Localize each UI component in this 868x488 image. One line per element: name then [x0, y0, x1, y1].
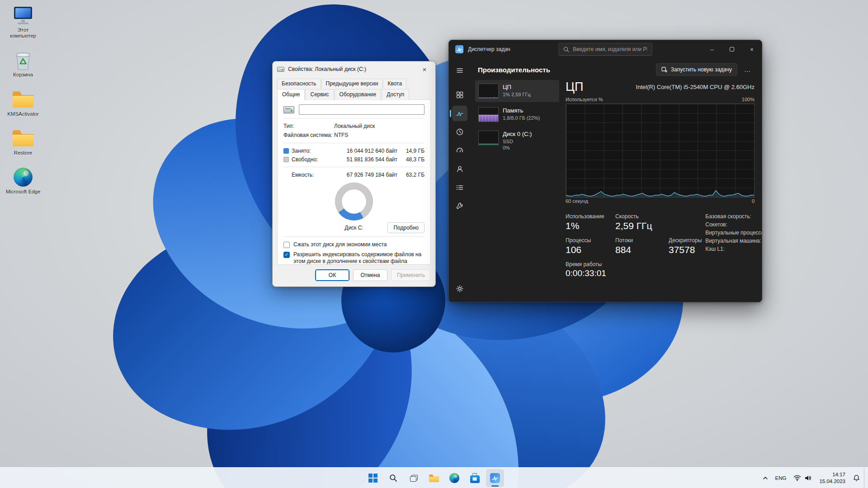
language-indicator[interactable]: ENG: [772, 470, 790, 486]
cpu-spec-labels: Базовая скорость: Сокетов: Виртуальные п…: [705, 211, 762, 282]
tab-quota[interactable]: Квота: [383, 79, 406, 89]
index-checkbox-row[interactable]: ✓ Разрешить индексировать содержимое фай…: [283, 250, 425, 265]
desktop-icon-restore[interactable]: Restore: [4, 127, 42, 157]
users-icon: [456, 165, 464, 173]
perf-item-cpu[interactable]: ЦП 1% 2,59 ГГц: [475, 80, 559, 102]
tab-security[interactable]: Безопасность: [277, 79, 321, 89]
index-checkbox[interactable]: ✓: [283, 252, 290, 258]
compress-checkbox[interactable]: [283, 242, 290, 248]
services-icon: [456, 202, 464, 210]
disk-mini-graph: [478, 131, 499, 145]
desktop-icon-this-pc[interactable]: Этот компьютер: [4, 4, 42, 40]
used-gb: 14,9 ГБ: [400, 148, 425, 154]
perf-item-subtitle: SSD: [503, 138, 532, 145]
used-space-swatch: [283, 148, 289, 154]
tab-hardware[interactable]: Оборудование: [335, 89, 382, 100]
tab-sharing[interactable]: Доступ: [382, 89, 409, 100]
hamburger-icon: [456, 66, 464, 75]
folder-icon: [12, 128, 34, 149]
perf-item-title: Диск 0 (C:): [503, 131, 532, 138]
windows-logo-icon: [368, 474, 377, 483]
sidebar-item-performance[interactable]: [452, 106, 467, 121]
capacity-donut: [335, 183, 373, 221]
sidebar-item-processes[interactable]: [452, 87, 467, 103]
performance-icon: [456, 109, 464, 117]
dialog-titlebar: Свойства: Локальный диск (C:) ×: [273, 61, 435, 77]
virtual-processors-label: Виртуальные процессоры:: [705, 229, 762, 237]
show-desktop-button[interactable]: [864, 468, 866, 488]
search-icon: [563, 47, 569, 52]
filesystem-value: NTFS: [334, 132, 348, 138]
startup-apps-icon: [456, 146, 464, 155]
file-explorer-button[interactable]: [425, 469, 443, 487]
tray-time: 14:17: [819, 471, 845, 478]
graph-label-timespan: 60 секунд: [566, 198, 588, 204]
volume-label-input[interactable]: [299, 104, 425, 115]
more-options-icon[interactable]: …: [740, 66, 755, 73]
minimize-icon[interactable]: –: [702, 40, 722, 58]
close-icon[interactable]: ×: [742, 40, 762, 58]
start-button[interactable]: [364, 469, 382, 487]
graph-label-utilization: Используется %: [566, 97, 603, 102]
free-bytes: 51 881 836 544 байт: [333, 156, 397, 163]
cpu-usage-graph: [566, 103, 755, 197]
desktop-icon-recycle-bin[interactable]: Корзина: [4, 48, 42, 79]
page-title: Производительность: [478, 66, 550, 74]
details-button[interactable]: Подробно: [387, 222, 425, 233]
type-value: Локальный диск: [334, 123, 375, 129]
desktop-icon-kmsactivator[interactable]: KMSActivator: [4, 88, 42, 118]
cancel-button[interactable]: Отмена: [353, 269, 387, 281]
task-manager-search[interactable]: [558, 43, 652, 56]
task-manager-icon: [490, 473, 500, 483]
tab-general[interactable]: Общие: [277, 89, 305, 100]
menu-button[interactable]: [452, 63, 467, 78]
sidebar-item-app-history[interactable]: [452, 124, 467, 140]
run-new-task-button[interactable]: Запустить новую задачу: [656, 63, 737, 76]
filesystem-label: Файловая система:: [283, 132, 334, 138]
search-button[interactable]: [384, 469, 402, 487]
dialog-title: Свойства: Локальный диск (C:): [288, 66, 366, 72]
base-speed-label: Базовая скорость:: [705, 212, 762, 221]
perf-item-subtitle: 0%: [503, 145, 532, 151]
used-bytes: 16 044 912 640 байт: [333, 148, 397, 154]
drive-icon-small: [283, 106, 294, 113]
this-pc-icon: [12, 5, 34, 26]
notification-center-button[interactable]: [850, 470, 863, 486]
search-input[interactable]: [573, 46, 647, 52]
tray-chevron-button[interactable]: [760, 470, 771, 486]
utilization-value: 1%: [566, 220, 613, 235]
perf-item-disk0[interactable]: Диск 0 (C:) SSD 0%: [475, 127, 559, 155]
sidebar-item-settings[interactable]: [452, 281, 467, 296]
apply-button: Применить: [391, 269, 431, 281]
type-label: Тип:: [283, 123, 334, 129]
taskbar: ENG 14:17 15.04.2023: [0, 467, 868, 488]
free-space-swatch: [283, 157, 289, 162]
edge-button[interactable]: [445, 469, 463, 487]
clock[interactable]: 14:17 15.04.2023: [816, 471, 849, 484]
task-manager-button[interactable]: [486, 469, 504, 487]
wifi-icon: [793, 474, 801, 481]
store-button[interactable]: [466, 469, 484, 487]
threads-value: 884: [615, 244, 666, 259]
tab-tools[interactable]: Сервис: [305, 89, 334, 100]
perf-item-memory[interactable]: Память 1,8/8,0 ГБ (22%): [475, 103, 559, 126]
sidebar-item-users[interactable]: [452, 161, 467, 177]
task-manager-app-icon: [455, 45, 463, 53]
sidebar-item-startup-apps[interactable]: [452, 143, 467, 158]
network-volume-button[interactable]: [790, 470, 815, 486]
sidebar-item-services[interactable]: [452, 198, 467, 214]
close-icon[interactable]: ×: [415, 63, 434, 75]
search-icon: [389, 474, 397, 482]
compress-checkbox-row[interactable]: Сжать этот диск для экономии места: [283, 240, 425, 250]
tab-previous-versions[interactable]: Предыдущие версии: [321, 79, 383, 89]
ok-button[interactable]: ОК: [315, 269, 349, 281]
cpu-heading: ЦП: [566, 80, 583, 94]
maximize-icon[interactable]: [722, 40, 742, 58]
graph-label-max: 100%: [742, 97, 755, 102]
cpu-mini-graph: [478, 84, 499, 99]
processes-value: 106: [566, 244, 613, 259]
speed-value: 2,59 ГГц: [615, 220, 666, 235]
sidebar-item-details[interactable]: [452, 180, 467, 195]
task-view-button[interactable]: [405, 469, 423, 487]
desktop-icon-edge[interactable]: Microsoft Edge: [4, 165, 42, 196]
